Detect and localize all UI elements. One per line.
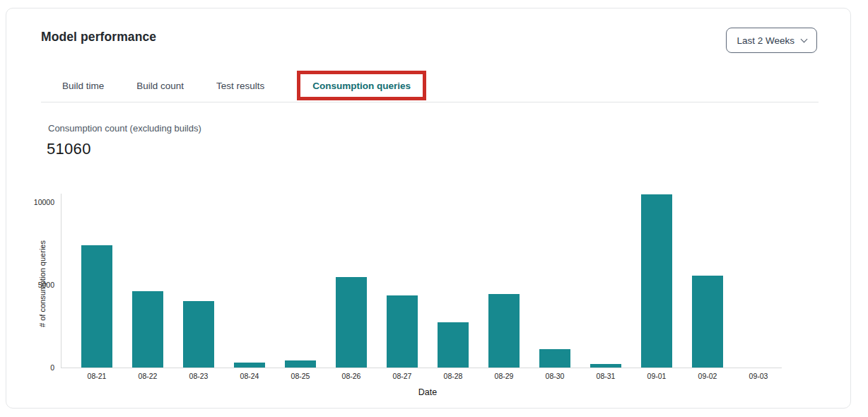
tab-build-time[interactable]: Build time [62,81,104,91]
x-tick-label: 09-03 [733,372,784,380]
date-range-dropdown[interactable]: Last 2 Weeks [726,28,817,53]
bar-slot [275,360,326,368]
bar-slot [428,322,479,368]
tab-divider [41,102,819,102]
bar-08-26[interactable] [336,277,367,368]
y-tick-label: 0 [6,363,54,372]
x-tick-label: 08-23 [173,372,224,380]
x-tick-label: 08-29 [479,372,529,380]
bar-08-27[interactable] [387,295,418,368]
date-range-value: Last 2 Weeks [737,35,794,46]
x-tick-label: 09-01 [631,372,682,380]
x-axis-line [61,368,782,368]
bar-08-29[interactable] [488,294,520,368]
tab-consumption-queries[interactable]: Consumption queries [312,81,411,91]
bar-08-21[interactable] [81,245,112,368]
tab-test-results[interactable]: Test results [216,81,264,91]
bar-slot [224,363,275,368]
bar-08-23[interactable] [183,301,214,368]
bar-slot [529,349,580,368]
bar-09-02[interactable] [692,276,723,368]
bar-08-31[interactable] [590,364,621,368]
model-performance-card: Model performance Last 2 Weeks Build tim… [6,8,851,409]
bar-08-25[interactable] [285,360,316,368]
bar-slot [122,291,173,368]
metric-value: 51060 [47,140,91,158]
y-axis-line [61,194,61,368]
x-tick-label: 09-02 [682,372,733,380]
x-axis-ticks: 08-2108-2208-2308-2408-2508-2608-2708-28… [71,372,784,380]
bar-slot [377,295,428,368]
x-tick-label: 08-27 [377,372,428,380]
x-tick-label: 08-21 [71,372,122,380]
bar-08-30[interactable] [539,349,570,368]
bar-slot [631,194,682,368]
y-tick-label: 10000 [6,197,54,207]
bar-slot [580,364,631,368]
tab-build-count[interactable]: Build count [136,81,184,91]
x-tick-label: 08-26 [326,372,377,380]
consumption-queries-chart: # of consumption queries 0500010000 08-2… [6,186,852,405]
bar-series [71,192,784,368]
x-tick-label: 08-30 [529,372,580,380]
bar-slot [479,294,529,368]
y-tick-label: 5000 [6,280,54,290]
metric-label: Consumption count (excluding builds) [48,123,201,134]
bar-slot [326,277,377,368]
x-tick-label: 08-24 [224,372,275,380]
tab-bar: Build time Build count Test results Cons… [62,71,426,100]
x-tick-label: 08-28 [428,372,479,380]
bar-slot [71,245,122,368]
x-axis-title: Date [71,387,784,397]
bar-08-22[interactable] [132,291,163,368]
annotation-highlight-box: Consumption queries [297,71,426,100]
x-tick-label: 08-22 [122,372,173,380]
bar-slot [173,301,224,368]
x-tick-label: 08-25 [275,372,326,380]
page-title: Model performance [41,30,156,45]
bar-09-01[interactable] [641,194,672,368]
bar-08-28[interactable] [438,322,469,368]
bar-slot [682,276,733,368]
x-tick-label: 08-31 [580,372,631,380]
bar-08-24[interactable] [234,363,265,368]
chevron-down-icon [801,36,808,43]
